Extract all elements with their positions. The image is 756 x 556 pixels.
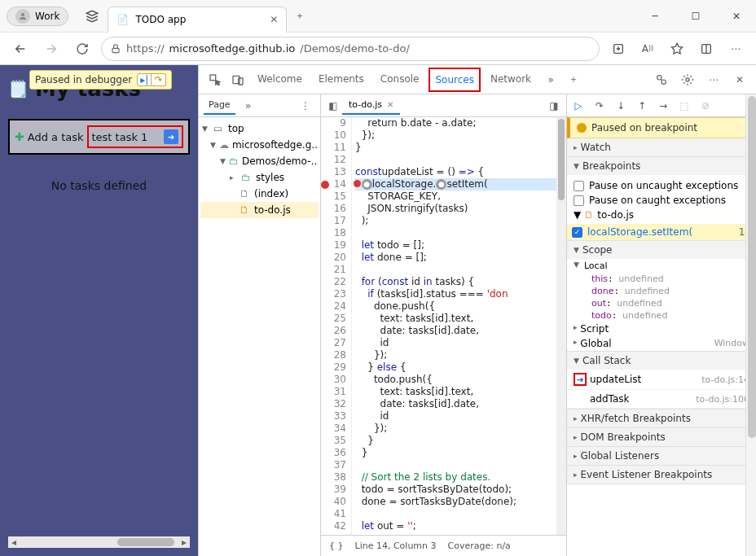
issues-icon[interactable] [652, 70, 671, 90]
stack-frame[interactable]: addTaskto-do.js:100 [567, 390, 756, 409]
scope-variable: this: undefined [567, 273, 756, 285]
horizontal-scrollbar[interactable]: ◂ ▸ [8, 536, 190, 548]
debugger-controls: ▷ ↷ ↓ ↑ → ⬚ ⊘ [567, 94, 756, 117]
section-xhr[interactable]: ▸XHR/fetch Breakpoints [567, 409, 756, 427]
inspect-element-icon[interactable] [205, 70, 225, 90]
collections-icon[interactable] [694, 37, 719, 61]
editor-statusbar: { } Line 14, Column 3 Coverage: n/a [321, 535, 566, 556]
overlay-resume-button[interactable]: ▸| [137, 73, 152, 86]
breakpoint-file[interactable]: ▼🗋to-do.js [574, 208, 749, 222]
tree-script[interactable]: 🗋to-do.js [200, 202, 319, 218]
url-host: microsoftedge.github.io [169, 42, 296, 55]
code-area[interactable]: 9101112131415161718192021222324252627282… [321, 117, 566, 535]
step-into-button[interactable]: ↓ [614, 100, 627, 112]
address-bar[interactable]: https://microsoftedge.github.io/Demos/de… [101, 37, 600, 61]
url-scheme: https:// [126, 42, 165, 55]
back-button[interactable] [8, 37, 33, 61]
tree-index[interactable]: 🗋(index) [200, 186, 319, 202]
svg-rect-5 [210, 75, 216, 81]
editor-tab-label: to-do.js [349, 99, 382, 110]
minimize-button[interactable]: ─ [642, 7, 668, 26]
browser-tab[interactable]: 📄 TODO app ✕ [108, 7, 287, 33]
toggle-debugger-icon[interactable]: ◨ [545, 100, 563, 112]
tab-console[interactable]: Console [374, 67, 426, 93]
section-events[interactable]: ▸Event Listener Breakpoints [567, 466, 756, 484]
breakpoint-entry[interactable]: ✓ localStorage.setItem( 14 [567, 224, 756, 240]
section-scope[interactable]: ▼Scope [567, 241, 756, 259]
status-coverage: Coverage: n/a [448, 541, 511, 551]
paused-label: Paused in debugger [35, 74, 132, 85]
tab-sources[interactable]: Sources [429, 68, 480, 92]
target-page: Paused in debugger ▸| ↷ 🗒️ My tasks ✚ Ad… [0, 65, 198, 556]
workspaces-icon[interactable] [85, 9, 99, 24]
lock-icon [110, 43, 121, 55]
scope-script[interactable]: ▸ Script [567, 322, 756, 336]
source-lines: return b.date - a.date; });}constupdateL… [352, 117, 556, 535]
debugger-panel: ▷ ↷ ↓ ↑ → ⬚ ⊘ Paused on breakpoint ▸Watc… [567, 94, 756, 556]
section-breakpoints[interactable]: ▼Breakpoints [567, 157, 756, 175]
toggle-navigator-icon[interactable]: ◧ [324, 100, 342, 112]
tree-folder[interactable]: ▼🗀Demos/demo-… [200, 153, 319, 169]
more-tabs-icon[interactable]: » [541, 70, 560, 90]
profile-avatar-icon [15, 9, 30, 24]
tree-host[interactable]: ▼☁microsoftedge.g… [200, 137, 319, 153]
close-tab-icon[interactable]: ✕ [270, 14, 278, 25]
close-devtools-icon[interactable]: ✕ [730, 70, 749, 90]
favorite-icon[interactable] [665, 37, 689, 61]
profile-button[interactable]: Work [7, 7, 68, 26]
submit-task-button[interactable]: ➜ [164, 129, 178, 144]
window-titlebar: Work 📄 TODO app ✕ ＋ ─ ☐ ✕ [0, 0, 756, 33]
deactivate-breakpoints-button[interactable]: ⬚ [678, 100, 691, 112]
new-tab-button[interactable]: ＋ [292, 6, 308, 26]
nav-more-tabs-icon[interactable]: » [239, 96, 258, 116]
resume-button[interactable]: ▷ [572, 100, 585, 112]
tree-styles[interactable]: ▸🗀styles [200, 169, 319, 186]
section-callstack[interactable]: ▼Call Stack [567, 352, 756, 370]
line-gutter: 9101112131415161718192021222324252627282… [321, 117, 352, 535]
tab-network[interactable]: Network [484, 67, 538, 93]
status-position: Line 14, Column 3 [355, 541, 437, 551]
device-toolbar-icon[interactable] [228, 70, 248, 90]
section-dom[interactable]: ▸DOM Breakpoints [567, 428, 756, 446]
scope-local[interactable]: ▼Local [567, 259, 756, 273]
reload-button[interactable] [70, 37, 94, 61]
step-over-button[interactable]: ↷ [593, 100, 606, 112]
scope-global[interactable]: ▸ GlobalWindow [567, 336, 756, 351]
tab-elements[interactable]: Elements [312, 67, 371, 93]
forward-button[interactable] [39, 37, 64, 61]
devtools-menu-icon[interactable]: ⋯ [704, 70, 723, 90]
section-listeners[interactable]: ▸Global Listeners [567, 447, 756, 465]
nav-tab-page[interactable]: Page [204, 96, 235, 115]
maximize-button[interactable]: ☐ [683, 7, 709, 26]
step-out-button[interactable]: ↑ [635, 100, 648, 112]
read-aloud-icon[interactable]: A)) [635, 37, 660, 61]
status-braces[interactable]: { } [329, 541, 344, 551]
task-input[interactable]: test task 1 [92, 131, 161, 143]
menu-button[interactable]: ⋯ [723, 37, 748, 61]
scope-variable: todo: undefined [567, 309, 756, 322]
app-install-icon[interactable] [606, 37, 631, 61]
browser-toolbar: https://microsoftedge.github.io/Demos/de… [0, 33, 756, 65]
browser-tab-title: TODO app [135, 14, 186, 25]
pause-exceptions-button[interactable]: ⊘ [699, 100, 712, 112]
pause-caught-checkbox[interactable]: Pause on caught exceptions [574, 193, 749, 208]
notepad-icon: 🗒️ [8, 79, 29, 99]
debugger-scrollbar[interactable] [745, 94, 756, 556]
editor-tab[interactable]: to-do.js ✕ [342, 96, 400, 115]
overlay-step-button[interactable]: ↷ [152, 73, 166, 86]
settings-icon[interactable] [678, 70, 697, 90]
editor-scrollbar[interactable] [556, 117, 566, 535]
stack-frame[interactable]: ➜updateListto-do.js:14 [567, 370, 756, 390]
devtools-tabbar: Welcome Elements Console Sources Network… [199, 65, 756, 94]
pause-uncaught-checkbox[interactable]: Pause on uncaught exceptions [574, 178, 749, 193]
nav-menu-icon[interactable]: ⋮ [296, 96, 315, 116]
tree-top[interactable]: ▼▭top [200, 120, 319, 137]
add-tab-icon[interactable]: ＋ [564, 70, 583, 90]
close-editor-tab-icon[interactable]: ✕ [387, 100, 393, 109]
add-task-form: ✚ Add a task test task 1 ➜ [8, 119, 190, 155]
section-watch[interactable]: ▸Watch [567, 138, 756, 156]
close-window-button[interactable]: ✕ [723, 7, 749, 26]
no-tasks-message: No tasks defined [8, 179, 190, 192]
step-button[interactable]: → [657, 100, 670, 112]
tab-welcome[interactable]: Welcome [251, 67, 309, 93]
